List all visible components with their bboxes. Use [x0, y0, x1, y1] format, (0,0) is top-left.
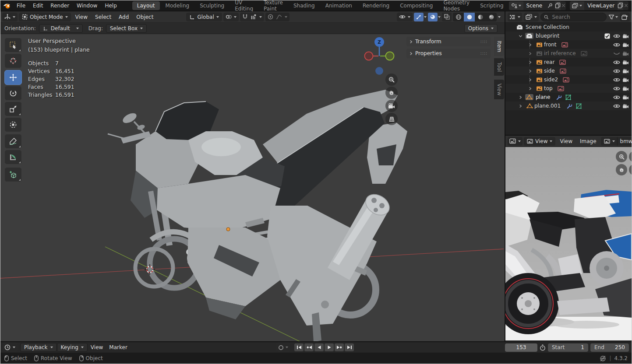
chevron-right-icon[interactable] — [519, 95, 522, 99]
outliner-row-blueprint[interactable]: blueprint — [505, 32, 632, 40]
outliner-row-rear[interactable]: rear — [505, 58, 632, 66]
menu-view[interactable]: View — [88, 344, 106, 350]
playback-dropdown[interactable]: Playback — [20, 343, 57, 352]
menu-image[interactable]: Image — [577, 138, 600, 144]
chevron-down-icon[interactable] — [615, 16, 618, 18]
camera-icon[interactable] — [622, 86, 629, 91]
options-dropdown[interactable]: Options — [464, 24, 498, 33]
camera-icon[interactable] — [622, 60, 629, 65]
viewport-perspective-toggle-button[interactable] — [385, 113, 398, 125]
tool-measure[interactable] — [4, 150, 22, 164]
eye-icon[interactable] — [613, 86, 620, 91]
menu-edit[interactable]: Edit — [29, 0, 46, 11]
image-pan-button[interactable] — [616, 164, 627, 175]
tool-add-cube[interactable] — [4, 167, 22, 182]
camera-icon[interactable] — [622, 95, 629, 100]
tool-cursor[interactable] — [4, 53, 22, 68]
outliner-row-scene-collection[interactable]: Scene Collection — [505, 23, 632, 32]
chevron-right-icon[interactable] — [529, 52, 532, 56]
tool-transform[interactable] — [4, 117, 22, 132]
eye-icon[interactable] — [613, 42, 620, 47]
tab-animation[interactable]: Animation — [321, 1, 357, 10]
editor-divider[interactable] — [505, 135, 632, 136]
panel-drag-handle[interactable]: :::: — [480, 39, 487, 44]
chevron-right-icon[interactable] — [529, 78, 532, 82]
magnet-icon[interactable] — [242, 14, 248, 20]
chevron-right-icon[interactable] — [519, 104, 522, 108]
tab-texture-paint[interactable]: Texture Paint — [259, 1, 288, 10]
show-overlays-toggle[interactable] — [428, 13, 438, 21]
outliner-display-mode-button[interactable] — [524, 13, 539, 21]
scene-type-button[interactable] — [509, 1, 523, 10]
new-scene-button[interactable] — [555, 1, 561, 10]
blender-logo-icon[interactable] — [3, 2, 11, 9]
menu-view[interactable]: View — [557, 138, 575, 144]
eye-icon[interactable] — [613, 34, 620, 38]
new-collection-button[interactable] — [620, 13, 630, 21]
tab-compositing[interactable]: Compositing — [395, 1, 438, 10]
shading-wireframe-button[interactable] — [453, 13, 464, 21]
show-gizmo-toggle[interactable] — [414, 13, 424, 21]
tab-scripting[interactable]: Scripting — [475, 1, 508, 10]
chevron-down-icon[interactable] — [519, 35, 523, 38]
chevron-right-icon[interactable] — [529, 69, 532, 73]
outliner-editor-type-button[interactable] — [508, 13, 522, 21]
viewport-pan-button[interactable] — [385, 87, 398, 99]
tab-modeling[interactable]: Modeling — [161, 1, 194, 10]
shading-rendered-button[interactable] — [486, 13, 497, 21]
tool-rotate[interactable] — [4, 86, 22, 101]
panel-properties[interactable]: Properties :::: — [406, 49, 491, 58]
image-datablock-selector[interactable]: bmw — [601, 137, 632, 146]
gizmo-z-neg-axis[interactable] — [375, 67, 383, 75]
jump-to-end-button[interactable] — [345, 343, 354, 351]
prev-keyframe-button[interactable] — [304, 343, 314, 351]
frame-end-field[interactable]: End 250 — [590, 343, 629, 352]
pin-scene-button[interactable] — [545, 1, 555, 10]
tab-rendering[interactable]: Rendering — [358, 1, 394, 10]
viewlayer-name[interactable]: ViewLayer — [584, 3, 618, 9]
visibility-dropdown[interactable] — [397, 13, 413, 21]
current-frame-field[interactable]: 153 — [505, 343, 537, 352]
tab-geometry-nodes[interactable]: Geometry Nodes — [438, 1, 474, 10]
menu-render[interactable]: Render — [47, 0, 73, 11]
menu-help[interactable]: Help — [101, 0, 120, 11]
use-preview-range-icon[interactable] — [540, 344, 546, 351]
checkbox-icon[interactable] — [604, 33, 610, 39]
eye-icon[interactable] — [613, 77, 620, 82]
camera-icon[interactable] — [622, 34, 629, 38]
keying-dropdown[interactable]: Keying — [57, 343, 88, 352]
editor-divider[interactable] — [505, 11, 505, 341]
shading-solid-button[interactable] — [464, 13, 475, 21]
sidebar-tab-item[interactable]: Item — [494, 37, 504, 56]
scene-name[interactable]: Scene — [523, 3, 546, 9]
outliner-row-side2[interactable]: side2 — [505, 75, 632, 84]
outliner-row-front[interactable]: front — [505, 40, 632, 49]
menu-file[interactable]: File — [13, 0, 29, 11]
image-editor-type-button[interactable] — [508, 137, 523, 146]
chevron-right-icon[interactable] — [529, 87, 532, 91]
delete-scene-button[interactable] — [561, 1, 566, 10]
outliner-row-plane-001[interactable]: plane.001 — [505, 102, 632, 110]
menu-select[interactable]: Select — [92, 14, 114, 20]
viewport-camera-view-button[interactable] — [385, 100, 398, 112]
tool-select-box[interactable] — [4, 38, 22, 52]
eye-closed-icon[interactable] — [613, 51, 620, 56]
image-editor-canvas[interactable] — [505, 147, 632, 340]
eye-icon[interactable] — [613, 104, 620, 108]
tab-uv-editing[interactable]: UV Editing — [230, 1, 258, 10]
next-keyframe-button[interactable] — [335, 343, 344, 351]
viewlayer-type-button[interactable] — [570, 1, 584, 10]
shading-material-button[interactable] — [475, 13, 486, 21]
orientation-dropdown[interactable]: Default — [39, 24, 83, 33]
camera-icon[interactable] — [622, 104, 629, 108]
editor-type-button[interactable] — [2, 13, 18, 21]
panel-drag-handle[interactable]: :::: — [480, 51, 487, 56]
filter-icon[interactable] — [608, 14, 614, 20]
network-offline-icon[interactable] — [600, 355, 606, 362]
proportional-editing-icon[interactable] — [268, 14, 273, 20]
timeline-editor-type-button[interactable] — [2, 343, 18, 352]
image-editor-mode-selector[interactable]: View — [524, 137, 555, 146]
chevron-right-icon[interactable] — [529, 43, 532, 47]
eye-icon[interactable] — [613, 69, 620, 74]
tool-annotate[interactable] — [4, 134, 22, 149]
